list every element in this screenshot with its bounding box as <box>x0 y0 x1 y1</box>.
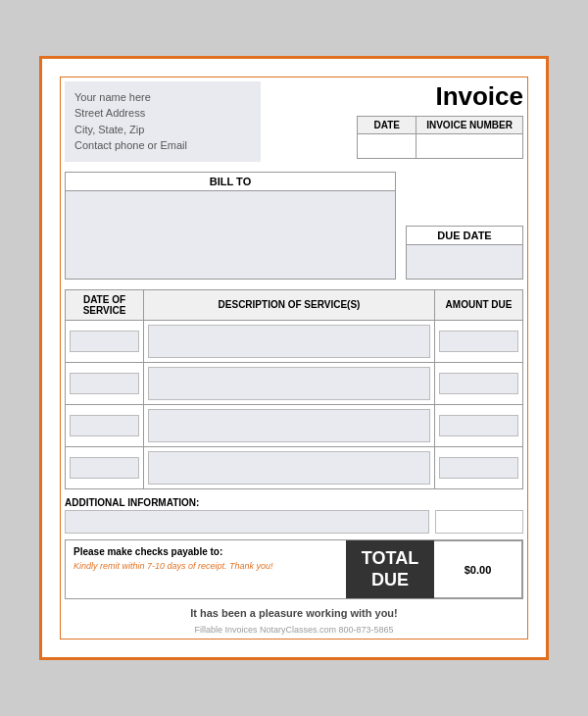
from-address: Your name here Street Address City, Stat… <box>65 81 261 162</box>
bill-to-header: BILL TO <box>65 172 396 191</box>
invoice-number-value[interactable] <box>416 133 523 158</box>
total-label-line1: TOTAL <box>362 548 418 570</box>
col-amount-header: AMOUNT DUE <box>435 289 523 320</box>
service-amount-2[interactable] <box>435 362 523 404</box>
service-desc-3[interactable] <box>144 404 435 446</box>
services-table: DATE OFSERVICE DESCRIPTION OF SERVICE(S)… <box>65 289 523 489</box>
service-desc-4[interactable] <box>144 446 435 488</box>
bill-to-content[interactable] <box>65 191 396 280</box>
additional-label: ADDITIONAL INFORMATION: <box>65 497 523 508</box>
service-date-4[interactable] <box>66 446 144 488</box>
col-date-header: DATE OFSERVICE <box>66 289 144 320</box>
footer-left: Please make checks payable to: Kindly re… <box>66 540 346 598</box>
due-date-box: DUE DATE <box>406 172 523 280</box>
header-section: Your name here Street Address City, Stat… <box>65 81 523 162</box>
footer-section: Please make checks payable to: Kindly re… <box>65 539 523 599</box>
table-row <box>66 320 523 362</box>
invoice-right: Invoice DATE INVOICE NUMBER <box>357 81 523 159</box>
from-name: Your name here <box>74 89 251 106</box>
due-date-header: DUE DATE <box>406 226 523 245</box>
service-desc-2[interactable] <box>144 362 435 404</box>
from-city: City, State, Zip <box>74 122 251 138</box>
tagline: It has been a pleasure working with you! <box>65 607 523 619</box>
table-row <box>66 362 523 404</box>
additional-row <box>65 510 523 534</box>
col-desc-header: DESCRIPTION OF SERVICE(S) <box>144 289 435 320</box>
additional-section: ADDITIONAL INFORMATION: <box>65 497 523 534</box>
remit-note: Kindly remit within 7-10 days of receipt… <box>74 561 338 571</box>
invoice-title: Invoice <box>435 81 523 112</box>
total-due-box: TOTAL DUE <box>346 540 434 598</box>
service-amount-3[interactable] <box>435 404 523 446</box>
service-amount-4[interactable] <box>435 446 523 488</box>
service-amount-1[interactable] <box>435 320 523 362</box>
table-row <box>66 404 523 446</box>
total-label-line2: DUE <box>371 570 409 591</box>
additional-info-input[interactable] <box>65 510 429 534</box>
bill-to-box: BILL TO <box>65 172 396 280</box>
total-amount[interactable]: $0.00 <box>434 540 522 598</box>
watermark: Fillable Invoices NotaryClasses.com 800-… <box>65 625 523 635</box>
service-date-2[interactable] <box>66 362 144 404</box>
from-street: Street Address <box>74 105 251 122</box>
payable-to-label: Please make checks payable to: <box>74 546 338 557</box>
invoice-number-header: INVOICE NUMBER <box>416 116 523 133</box>
additional-amount[interactable] <box>435 510 523 534</box>
date-value[interactable] <box>358 133 416 158</box>
service-date-1[interactable] <box>66 320 144 362</box>
date-number-table: DATE INVOICE NUMBER <box>357 116 523 159</box>
due-date-content[interactable] <box>406 245 523 280</box>
from-contact: Contact phone or Email <box>74 137 251 154</box>
service-desc-1[interactable] <box>144 320 435 362</box>
table-row <box>66 446 523 488</box>
date-header: DATE <box>358 116 416 133</box>
bill-to-section: BILL TO DUE DATE <box>65 172 523 280</box>
service-date-3[interactable] <box>66 404 144 446</box>
